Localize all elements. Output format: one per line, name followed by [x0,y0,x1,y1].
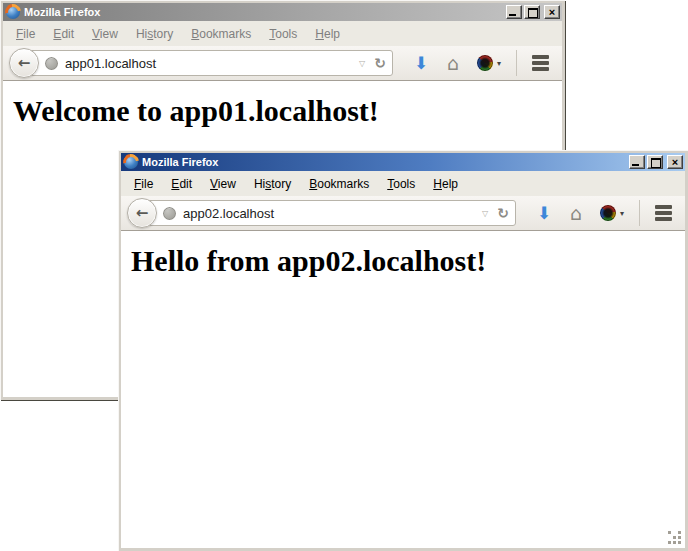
home-button[interactable]: ⌂ [437,48,469,78]
menu-help[interactable]: Help [424,175,467,193]
menu-view[interactable]: View [83,25,127,43]
menu-history[interactable]: History [127,25,182,43]
title-bar[interactable]: Mozilla Firefox × [3,3,562,21]
close-icon: × [549,7,555,17]
menu-hamburger-button[interactable] [647,198,679,228]
menu-bookmarks[interactable]: Bookmarks [182,25,260,43]
download-arrow-icon: ⬇ [414,55,428,72]
desktop: Mozilla Firefox × File Edit View History… [0,0,688,551]
menu-file[interactable]: File [7,25,44,43]
back-arrow-icon: ← [136,206,149,221]
back-arrow-icon: ← [18,56,31,71]
home-button[interactable]: ⌂ [560,198,592,228]
downloads-button[interactable]: ⬇ [528,198,560,228]
window-controls: × [627,155,683,169]
menu-tools[interactable]: Tools [378,175,424,193]
menu-history[interactable]: History [245,175,300,193]
menu-edit[interactable]: Edit [44,25,83,43]
reload-icon[interactable]: ↻ [374,56,386,70]
hamburger-icon [655,205,672,209]
urlbar-dropdown-icon[interactable]: ▽ [482,209,488,218]
extension-icon [477,55,493,71]
back-button[interactable]: ← [9,48,39,78]
hamburger-icon [532,55,549,59]
extension-icon [600,205,616,221]
chevron-down-icon: ▾ [497,59,501,68]
minimize-button[interactable] [506,5,522,19]
firefox-logo-icon [124,155,138,169]
firefox-logo-icon [6,5,20,19]
toolbar-separator [639,200,640,226]
close-icon: × [672,157,678,167]
firefox-window-app02: Mozilla Firefox × File Edit View History… [118,150,688,551]
close-button[interactable]: × [667,155,683,169]
menu-bar: File Edit View History Bookmarks Tools H… [3,21,562,46]
globe-icon [45,57,58,70]
page-heading: Welcome to app01.localhost! [13,94,562,128]
resize-grip[interactable] [668,531,683,546]
globe-icon [163,207,176,220]
title-bar[interactable]: Mozilla Firefox × [121,153,685,171]
reload-icon[interactable]: ↻ [497,206,509,220]
maximize-button[interactable] [647,155,663,169]
navigation-toolbar: ← app02.localhost ▽ ↻ ⬇ ⌂ ▾ [121,196,685,231]
menu-bar: File Edit View History Bookmarks Tools H… [121,171,685,196]
url-text: app02.localhost [183,206,482,221]
download-arrow-icon: ⬇ [537,205,551,222]
menu-file[interactable]: File [125,175,162,193]
window-title: Mozilla Firefox [24,6,100,18]
home-icon: ⌂ [447,54,459,73]
minimize-button[interactable] [629,155,645,169]
toolbar-separator [516,50,517,76]
window-title: Mozilla Firefox [142,156,218,168]
close-button[interactable]: × [544,5,560,19]
menu-view[interactable]: View [201,175,245,193]
menu-bookmarks[interactable]: Bookmarks [300,175,378,193]
url-text: app01.localhost [65,56,359,71]
chevron-down-icon: ▾ [620,209,624,218]
menu-tools[interactable]: Tools [260,25,306,43]
home-icon: ⌂ [570,204,582,223]
menu-help[interactable]: Help [306,25,349,43]
extension-button[interactable]: ▾ [469,48,509,78]
url-bar[interactable]: app02.localhost ▽ ↻ [142,200,516,226]
downloads-button[interactable]: ⬇ [405,48,437,78]
menu-hamburger-button[interactable] [524,48,556,78]
back-button[interactable]: ← [127,198,157,228]
url-bar[interactable]: app01.localhost ▽ ↻ [24,50,393,76]
page-content: Hello from app02.localhost! [121,231,685,548]
navigation-toolbar: ← app01.localhost ▽ ↻ ⬇ ⌂ ▾ [3,46,562,81]
menu-edit[interactable]: Edit [162,175,201,193]
window-controls: × [504,5,560,19]
urlbar-dropdown-icon[interactable]: ▽ [359,59,365,68]
maximize-button[interactable] [524,5,540,19]
extension-button[interactable]: ▾ [592,198,632,228]
page-heading: Hello from app02.localhost! [131,244,685,278]
